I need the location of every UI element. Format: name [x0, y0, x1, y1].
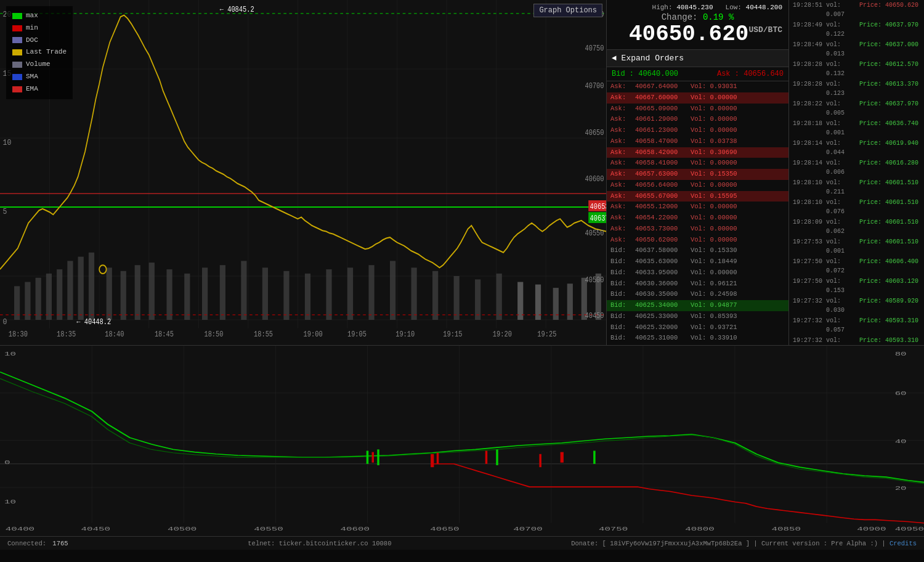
order-row: Ask:40650.62000Vol: 0.00000 [607, 235, 788, 246]
svg-text:60: 60 [895, 390, 907, 397]
svg-text:18:35: 18:35 [57, 331, 76, 339]
trade-row: 19:27:32vol: 0.066Price: 40593.310 [789, 335, 924, 345]
connected-count: 1765 [52, 540, 68, 547]
trade-row: 19:27:53vol: 0.001Price: 40601.510 [789, 237, 924, 256]
svg-text:40400: 40400 [6, 526, 35, 532]
svg-text:19:20: 19:20 [493, 331, 512, 339]
order-row: Bid:40633.95000Vol: 0.00000 [607, 267, 788, 279]
trades-panel: 19:28:51vol: 0.007Price: 40650.62019:28:… [788, 0, 924, 345]
svg-rect-39 [368, 265, 374, 320]
svg-rect-23 [78, 257, 84, 320]
svg-rect-34 [262, 267, 268, 320]
trade-row: 19:28:09vol: 0.062Price: 40601.510 [789, 217, 924, 237]
svg-text:40550: 40550 [585, 230, 604, 238]
svg-text:← 40448.2: ← 40448.2 [76, 318, 111, 326]
svg-text:40600: 40600 [585, 175, 604, 183]
svg-rect-31 [202, 267, 208, 320]
bid-ask-header: Bid : 40640.000 Ask : 40656.640 [607, 67, 788, 81]
svg-rect-27 [135, 265, 140, 320]
svg-text:40900: 40900 [857, 526, 886, 532]
legend-max: max [26, 10, 38, 22]
change-display: Change: 0.19 % [613, 12, 782, 22]
right-panel: High: 40845.230 Low: 40448.200 Change: 0… [607, 0, 788, 345]
ask-label: Ask : [717, 70, 739, 78]
telnet-info: telnet: ticker.bitcointicker.co 10080 [81, 540, 559, 547]
graph-options-button[interactable]: Graph Options [533, 4, 602, 17]
svg-text:18:50: 18:50 [204, 331, 223, 339]
svg-rect-35 [283, 271, 289, 320]
order-row: Bid:40625.34000Vol: 0.94877 [607, 300, 788, 311]
main-chart: max min DOC Last Trade Volume SMA EMA Gr… [0, 0, 607, 345]
svg-text:20: 20 [895, 485, 907, 492]
svg-text:← 40845.2: ← 40845.2 [220, 6, 254, 14]
legend-min: min [26, 22, 38, 35]
order-row: Ask:40667.64000Vol: 0.93031 [607, 81, 788, 92]
trade-row: 19:28:51vol: 0.007Price: 40650.620 [789, 0, 924, 20]
credits-link[interactable]: Credits [890, 540, 917, 547]
svg-text:0: 0 [4, 459, 10, 466]
svg-rect-36 [305, 274, 310, 320]
order-row: Bid:40625.32000Vol: 0.93721 [607, 322, 788, 333]
chart-legend: max min DOC Last Trade Volume SMA EMA [6, 6, 73, 99]
order-row: Ask:40655.12000Vol: 0.00000 [607, 202, 788, 213]
svg-rect-25 [107, 267, 112, 320]
trade-row: 19:27:32vol: 0.030Price: 40589.920 [789, 296, 924, 316]
svg-text:18:45: 18:45 [155, 331, 174, 339]
bid-display: Bid : 40640.000 [612, 70, 678, 78]
ask-display: Ask : 40656.640 [717, 70, 784, 78]
svg-text:18:30: 18:30 [9, 331, 28, 339]
legend-sma: SMA [26, 71, 38, 83]
trade-row: 19:28:10vol: 0.211Price: 40601.510 [789, 177, 924, 197]
svg-text:40700: 40700 [513, 526, 543, 532]
order-row: Bid:40637.58000Vol: 0.15330 [607, 245, 788, 256]
bid-value: 40640.000 [638, 70, 678, 78]
trade-row: 19:28:10vol: 0.076Price: 40601.510 [789, 197, 924, 217]
svg-text:19:25: 19:25 [537, 331, 556, 339]
order-row: Ask:40661.29000Vol: 0.00000 [607, 114, 788, 125]
svg-text:19:15: 19:15 [443, 331, 462, 339]
svg-text:40653.7: 40653.7 [590, 203, 606, 211]
expand-orders-label: ◄ Expand Orders [612, 54, 684, 63]
svg-rect-21 [57, 269, 62, 320]
order-row: Ask:40658.47000Vol: 0.03738 [607, 136, 788, 147]
svg-rect-26 [121, 271, 126, 320]
order-row: Bid:40625.31000Vol: 0.33910 [607, 333, 788, 344]
svg-rect-43 [454, 276, 460, 320]
connected-label: Connected: 1765 [7, 540, 68, 547]
svg-rect-19 [36, 278, 41, 320]
svg-text:40450: 40450 [585, 312, 604, 320]
bid-label: Bid : [612, 70, 634, 78]
svg-text:19:00: 19:00 [304, 331, 323, 339]
svg-text:18:40: 18:40 [105, 331, 124, 339]
low-label: Low: 40448.200 [726, 4, 782, 11]
order-row: Ask:40656.64000Vol: 0.00000 [607, 180, 788, 191]
svg-rect-41 [411, 267, 417, 320]
svg-text:40: 40 [895, 438, 907, 445]
order-row: Bid:40630.36000Vol: 0.96121 [607, 279, 788, 290]
donate-info: Donate: [ 18iVFy6oVw197jFmxxxujA3xMwTp68… [571, 540, 917, 547]
trade-row: 19:28:28vol: 0.132Price: 40612.570 [789, 59, 924, 79]
order-row: Ask:40667.60000Vol: 0.00000 [607, 92, 788, 104]
high-value: 40845.230 [676, 4, 713, 11]
legend-volume: Volume [26, 59, 51, 71]
svg-rect-37 [326, 269, 331, 320]
trade-row: 19:28:49vol: 0.122Price: 40637.970 [789, 20, 924, 39]
svg-text:80: 80 [895, 351, 907, 357]
svg-rect-22 [67, 261, 73, 320]
svg-rect-33 [241, 261, 246, 320]
svg-rect-30 [184, 274, 190, 320]
order-row: Ask:40654.22000Vol: 0.00000 [607, 213, 788, 224]
svg-text:40450: 40450 [81, 526, 111, 532]
svg-rect-20 [46, 274, 52, 320]
bottom-chart-svg: 10 0 10 80 60 40 20 40400 40450 40500 40… [0, 346, 924, 536]
expand-orders-button[interactable]: ◄ Expand Orders [607, 50, 788, 67]
svg-text:40600: 40600 [341, 526, 370, 532]
currency-label: USD/BTC [748, 25, 782, 35]
low-value: 40448.200 [746, 4, 782, 11]
svg-rect-45 [496, 274, 502, 320]
order-row: Ask:40661.23000Vol: 0.00000 [607, 125, 788, 136]
svg-text:40800: 40800 [685, 526, 715, 532]
order-row: Ask:40653.73000Vol: 0.00000 [607, 224, 788, 235]
svg-text:18:55: 18:55 [254, 331, 273, 339]
svg-rect-46 [517, 282, 523, 320]
